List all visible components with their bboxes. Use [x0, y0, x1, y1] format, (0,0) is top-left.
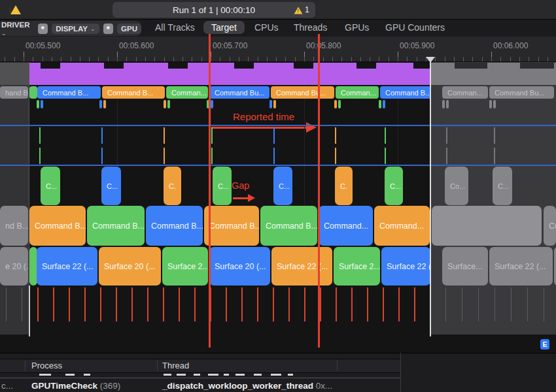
c-block[interactable]: C...: [41, 167, 60, 205]
surface-block[interactable]: Surface 20 (...: [209, 247, 270, 286]
surface-block[interactable]: Surface 22 (...: [489, 247, 553, 286]
c-block[interactable]: C.: [335, 167, 353, 205]
ruler-minor-tick: [500, 57, 501, 61]
vsync-red-tick: [131, 287, 133, 321]
ruler-minor-tick: [43, 57, 43, 61]
command1-block[interactable]: hand Bu...: [0, 86, 28, 99]
ruler-minor-tick: [230, 57, 230, 61]
command1-block[interactable]: [29, 86, 37, 99]
event-tick: [164, 148, 165, 164]
command2-block[interactable]: Command B...: [260, 206, 317, 246]
filter-boundary-line[interactable]: [29, 286, 30, 336]
surface-block[interactable]: e 20 (...: [0, 247, 28, 286]
command2-block[interactable]: Co...: [544, 206, 556, 246]
surface-block[interactable]: Surface 2...: [162, 247, 208, 286]
column-header-process[interactable]: Process: [31, 361, 62, 370]
vsync-red-tick: [288, 287, 290, 321]
clipped-row-text: [288, 374, 293, 376]
surface-block[interactable]: Surface 22 (...: [271, 247, 332, 286]
c-block[interactable]: C...: [493, 167, 512, 205]
event-pill: [164, 100, 166, 108]
command1-block[interactable]: Comman...: [166, 86, 208, 99]
vsync-notch: [356, 63, 376, 69]
ruler-minor-tick: [435, 57, 436, 61]
tab-target[interactable]: Target: [203, 21, 245, 34]
command2-block[interactable]: Command B...: [146, 206, 203, 246]
tab-cpus[interactable]: CPUs: [254, 22, 279, 33]
run-status-pill[interactable]: Run 1 of 1 | 00:00:10 ! 1: [113, 2, 315, 18]
ruler-minor-tick: [61, 57, 61, 61]
table-row[interactable]: GPUTimeCheck (369): [31, 381, 120, 391]
instruments-window: ! Run 1 of 1 | 00:00:10 ! 1 DRIVER ⌄ * D…: [0, 0, 556, 392]
ruler-minor-tick: [164, 57, 165, 61]
command1-block[interactable]: Command Bu...: [209, 86, 269, 99]
tab-gpu-counters[interactable]: GPU Counters: [385, 22, 445, 33]
ruler-minor-tick: [379, 57, 379, 61]
ruler-minor-tick: [117, 57, 118, 61]
inspection-line-start[interactable]: [209, 34, 211, 348]
tab-gpus[interactable]: GPUs: [345, 22, 369, 33]
table-row[interactable]: _dispatch_workloop_worker_thread 0x...: [162, 381, 332, 391]
gpu-button[interactable]: GPU: [117, 24, 141, 34]
ruler-label: 00:05.700: [213, 41, 247, 50]
surface-block[interactable]: Surface 22 (...: [381, 247, 430, 286]
surface-block[interactable]: Surface 22 (...: [37, 247, 97, 286]
playhead-line[interactable]: [430, 62, 431, 336]
display-dropdown[interactable]: DISPLAY ⌄: [52, 24, 99, 34]
command2-block[interactable]: Command...: [319, 206, 373, 246]
c-block[interactable]: C.: [164, 167, 181, 205]
command1-block[interactable]: Command B...: [102, 86, 165, 99]
ruler-minor-tick: [98, 57, 99, 61]
vsync-notch: [234, 63, 254, 69]
command2-block[interactable]: Command B...: [204, 206, 259, 246]
event-pill: [269, 100, 272, 108]
command2-block[interactable]: nd B...: [0, 206, 28, 246]
warning-icon[interactable]: !: [10, 5, 21, 14]
surface-block[interactable]: Surface...: [442, 247, 488, 286]
c-block[interactable]: C...: [101, 167, 121, 205]
event-pill: [167, 100, 170, 108]
display-star-button[interactable]: *: [103, 24, 114, 34]
surface-block[interactable]: Surface 20 (...: [99, 247, 161, 286]
c-block[interactable]: C...: [273, 167, 292, 205]
c-block[interactable]: C...: [385, 167, 403, 205]
command1-block[interactable]: Command Bu...: [489, 86, 554, 99]
clipped-row-text: [65, 374, 75, 376]
c-block[interactable]: C...: [213, 167, 232, 205]
command1-block[interactable]: Command Bu...: [271, 86, 334, 99]
command1-block[interactable]: Comman...: [442, 86, 488, 99]
ruler-label: 00:05.900: [400, 41, 434, 50]
event-tick: [211, 127, 213, 144]
tab-threads[interactable]: Threads: [294, 22, 327, 33]
ruler-minor-tick: [510, 57, 511, 61]
ruler-minor-tick: [463, 57, 464, 61]
column-divider: [25, 361, 26, 371]
ruler-minor-tick: [398, 57, 398, 61]
command2-block[interactable]: Command...: [374, 206, 430, 246]
command1-block[interactable]: Command B...: [37, 86, 101, 99]
event-pill: [379, 100, 381, 108]
column-header-thread[interactable]: Thread: [162, 361, 189, 370]
warning-icon-small[interactable]: !: [293, 6, 304, 17]
command1-block[interactable]: Comman...: [336, 86, 379, 99]
driver-star-button[interactable]: *: [38, 24, 48, 34]
vsync-notch: [168, 63, 188, 69]
command2-block[interactable]: [432, 206, 542, 246]
event-tick: [101, 127, 103, 144]
playhead-marker-icon[interactable]: [426, 57, 435, 63]
command2-block[interactable]: Command B...: [29, 206, 86, 246]
command2-block[interactable]: Command B...: [87, 206, 145, 246]
event-tick: [273, 127, 275, 144]
c-block[interactable]: Co...: [445, 167, 468, 205]
surface-block[interactable]: Surface 2...: [334, 247, 380, 286]
energy-badge[interactable]: E: [540, 339, 549, 350]
vsync-notch: [455, 63, 487, 69]
ruler-minor-tick: [491, 57, 492, 61]
tab-all-tracks[interactable]: All Tracks: [155, 22, 195, 33]
inspection-line-end[interactable]: [318, 34, 320, 348]
ruler-label: 00:05.800: [306, 41, 341, 50]
vsync-red-tick: [241, 287, 243, 321]
driver-dropdown[interactable]: DRIVER ⌄: [1, 21, 34, 37]
command1-block[interactable]: Command B...: [380, 86, 431, 99]
event-pill: [489, 100, 492, 108]
